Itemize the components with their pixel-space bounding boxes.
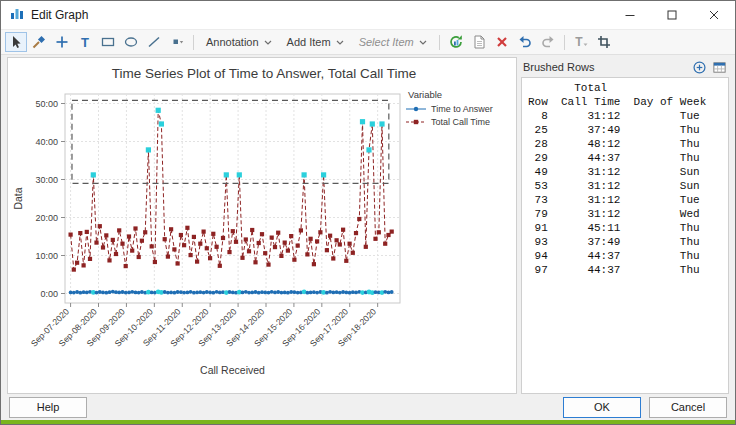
select-item-dropdown[interactable]: Select Item (352, 33, 434, 51)
brushed-table-row[interactable]: 97 44:37 Thu (528, 263, 722, 277)
brushed-data-point[interactable] (159, 121, 164, 126)
data-point[interactable] (283, 241, 287, 245)
data-point[interactable] (338, 242, 342, 246)
data-point[interactable] (331, 256, 335, 260)
data-point[interactable] (240, 256, 244, 260)
brushed-table-row[interactable]: 79 31:12 Wed (528, 207, 722, 221)
data-point[interactable] (75, 290, 79, 294)
data-point[interactable] (172, 247, 176, 251)
data-point[interactable] (374, 290, 378, 294)
data-point[interactable] (107, 258, 111, 262)
data-point[interactable] (130, 290, 134, 294)
brushed-table-row[interactable]: 93 37:49 Thu (528, 235, 722, 249)
data-point[interactable] (260, 232, 264, 236)
data-point[interactable] (163, 237, 167, 241)
close-button[interactable] (693, 1, 735, 29)
data-point[interactable] (328, 234, 332, 238)
data-point[interactable] (202, 291, 206, 295)
data-point[interactable] (253, 260, 257, 264)
brushed-data-point[interactable] (366, 147, 371, 152)
data-point[interactable] (124, 264, 128, 268)
data-point[interactable] (312, 262, 316, 266)
data-point[interactable] (341, 290, 345, 294)
brushed-data-point[interactable] (370, 121, 375, 126)
data-point[interactable] (263, 291, 267, 295)
data-point[interactable] (75, 261, 79, 265)
data-point[interactable] (104, 233, 108, 237)
data-point[interactable] (390, 290, 394, 294)
data-point[interactable] (185, 226, 189, 230)
data-point[interactable] (205, 246, 209, 250)
data-point[interactable] (82, 263, 86, 267)
data-point[interactable] (140, 290, 144, 294)
data-point[interactable] (341, 228, 345, 232)
add-item-dropdown[interactable]: Add Item (280, 33, 351, 51)
data-point[interactable] (351, 251, 355, 255)
data-point[interactable] (335, 290, 339, 294)
data-point[interactable] (117, 291, 121, 295)
data-point[interactable] (241, 291, 245, 295)
data-point[interactable] (114, 252, 118, 256)
data-point[interactable] (231, 229, 235, 233)
data-point[interactable] (286, 291, 290, 295)
data-point[interactable] (280, 291, 284, 295)
delete-button[interactable] (491, 32, 513, 52)
data-point[interactable] (373, 237, 377, 241)
titlebar[interactable]: Edit Graph (1, 1, 735, 29)
data-point[interactable] (208, 256, 212, 260)
data-point[interactable] (88, 257, 92, 261)
line-tool-button[interactable] (143, 32, 165, 52)
data-point[interactable] (315, 239, 319, 243)
data-point[interactable] (354, 291, 358, 295)
data-point[interactable] (176, 261, 180, 265)
data-point[interactable] (227, 250, 231, 254)
data-point[interactable] (124, 291, 128, 295)
data-point[interactable] (189, 253, 193, 257)
y-axis-label[interactable]: Data (12, 187, 24, 209)
data-point[interactable] (328, 290, 332, 294)
data-point[interactable] (270, 236, 274, 240)
data-point[interactable] (95, 291, 99, 295)
data-point[interactable] (305, 252, 309, 256)
brushed-table-row[interactable]: 53 31:12 Sun (528, 179, 722, 193)
data-point[interactable] (192, 235, 196, 239)
brushed-table-row[interactable]: 25 37:49 Thu (528, 123, 722, 137)
brushed-table-row[interactable]: 94 44:37 Thu (528, 249, 722, 263)
data-point[interactable] (276, 231, 280, 235)
data-point[interactable] (286, 249, 290, 253)
data-point[interactable] (117, 228, 121, 232)
brushed-table-row[interactable]: 73 31:12 Tue (528, 193, 722, 207)
data-point[interactable] (186, 291, 190, 295)
brushed-data-point[interactable] (224, 172, 229, 177)
data-point[interactable] (104, 291, 108, 295)
x-axis-label[interactable]: Call Received (200, 364, 265, 376)
data-point[interactable] (169, 291, 173, 295)
data-point[interactable] (121, 290, 125, 294)
data-point[interactable] (383, 242, 387, 246)
data-point[interactable] (85, 230, 89, 234)
data-point[interactable] (338, 291, 342, 295)
data-point[interactable] (153, 260, 157, 264)
data-point[interactable] (111, 290, 115, 294)
data-point[interactable] (111, 238, 115, 242)
brushed-table-row[interactable]: 29 44:37 Thu (528, 151, 722, 165)
data-point[interactable] (247, 249, 251, 253)
data-point[interactable] (133, 226, 137, 230)
time-series-chart[interactable]: Time Series Plot of Time to Answer, Tota… (8, 58, 518, 395)
data-point[interactable] (335, 238, 339, 242)
data-point[interactable] (234, 240, 238, 244)
crosshair-tool-button[interactable] (51, 32, 73, 52)
data-point[interactable] (179, 290, 183, 294)
create-indicator-worksheet-button[interactable] (712, 60, 727, 75)
data-point[interactable] (176, 290, 180, 294)
data-point[interactable] (276, 290, 280, 294)
maximize-button[interactable] (651, 1, 693, 29)
data-point[interactable] (98, 224, 102, 228)
data-point[interactable] (182, 243, 186, 247)
select-tool-button[interactable] (5, 32, 27, 52)
data-point[interactable] (390, 230, 394, 234)
data-point[interactable] (137, 255, 141, 259)
data-point[interactable] (318, 230, 322, 234)
data-point[interactable] (309, 291, 313, 295)
data-point[interactable] (263, 251, 267, 255)
